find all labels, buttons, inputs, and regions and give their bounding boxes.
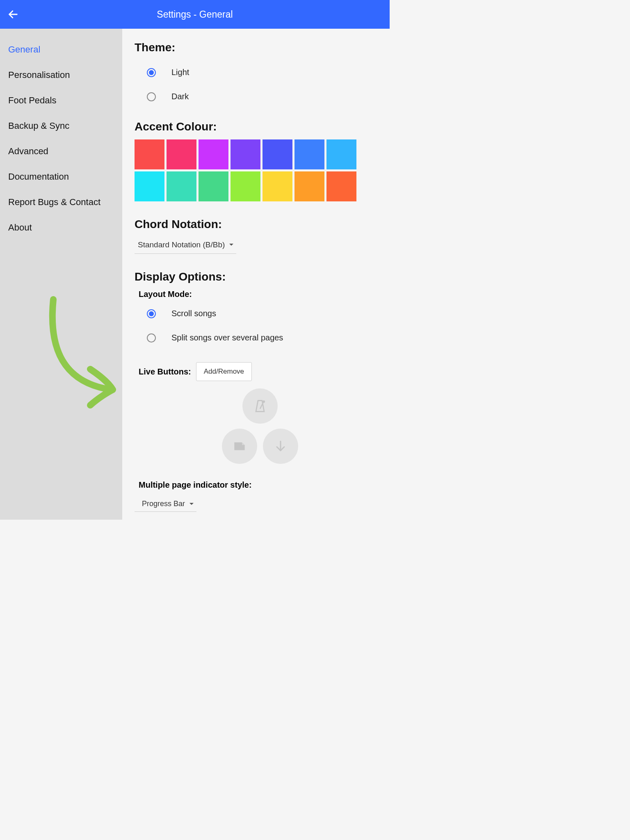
accent-swatch[interactable] — [135, 171, 164, 201]
sidebar-item-advanced[interactable]: Advanced — [0, 139, 122, 164]
layout-option-scroll-songs[interactable]: Scroll songs — [135, 301, 377, 326]
chevron-down-icon — [229, 243, 234, 247]
accent-swatch[interactable] — [199, 171, 228, 201]
sidebar-item-backup-sync[interactable]: Backup & Sync — [0, 113, 122, 139]
accent-swatch[interactable] — [167, 171, 196, 201]
accent-swatch[interactable] — [135, 139, 164, 169]
add-remove-button[interactable]: Add/Remove — [196, 362, 252, 381]
accent-swatch[interactable] — [231, 139, 260, 169]
accent-swatch[interactable] — [262, 139, 292, 169]
accent-swatch[interactable] — [326, 171, 356, 201]
chevron-down-icon — [189, 502, 194, 506]
display-heading: Display Options: — [135, 270, 377, 283]
metronome-button[interactable] — [242, 388, 278, 424]
accent-swatch[interactable] — [294, 171, 324, 201]
sidebar: GeneralPersonalisationFoot PedalsBackup … — [0, 29, 122, 520]
sidebar-item-general[interactable]: General — [0, 37, 122, 62]
accent-heading: Accent Colour: — [135, 120, 377, 133]
page-indicator-value: Progress Bar — [142, 500, 185, 508]
radio-label: Dark — [171, 92, 189, 101]
layout-option-split-songs-over-several-pages[interactable]: Split songs over several pages — [135, 326, 377, 350]
accent-swatch[interactable] — [199, 139, 228, 169]
accent-swatch[interactable] — [167, 139, 196, 169]
accent-swatch[interactable] — [231, 171, 260, 201]
page-indicator-dropdown[interactable]: Progress Bar — [135, 497, 196, 512]
theme-heading: Theme: — [135, 41, 377, 54]
radio-icon — [147, 68, 156, 77]
radio-label: Light — [171, 68, 189, 77]
main-content: Theme: LightDark Accent Colour: Chord No… — [122, 29, 390, 520]
accent-swatch[interactable] — [262, 171, 292, 201]
annotation-arrow-icon — [45, 295, 119, 412]
sidebar-item-personalisation[interactable]: Personalisation — [0, 62, 122, 88]
page-title: Settings - General — [157, 9, 233, 20]
layout-mode-label: Layout Mode: — [135, 290, 377, 299]
sidebar-item-report-bugs-contact[interactable]: Report Bugs & Contact — [0, 189, 122, 215]
radio-label: Split songs over several pages — [171, 333, 283, 342]
accent-swatch[interactable] — [294, 139, 324, 169]
theme-option-dark[interactable]: Dark — [135, 84, 377, 109]
accent-swatch-grid — [135, 139, 360, 201]
sidebar-item-documentation[interactable]: Documentation — [0, 164, 122, 189]
radio-icon — [147, 333, 156, 342]
svg-point-2 — [263, 401, 265, 402]
page-indicator-label: Multiple page indicator style: — [135, 480, 377, 490]
chord-notation-value: Standard Notation (B/Bb) — [138, 240, 225, 249]
sidebar-item-foot-pedals[interactable]: Foot Pedals — [0, 88, 122, 113]
theme-option-light[interactable]: Light — [135, 60, 377, 84]
radio-icon — [147, 92, 156, 101]
radio-icon — [147, 309, 156, 318]
radio-label: Scroll songs — [171, 309, 216, 318]
scroll-down-button[interactable] — [263, 429, 298, 464]
page-button[interactable] — [222, 429, 257, 464]
chord-notation-dropdown[interactable]: Standard Notation (B/Bb) — [135, 237, 236, 254]
sidebar-item-about[interactable]: About — [0, 215, 122, 240]
accent-swatch[interactable] — [326, 139, 356, 169]
back-button[interactable] — [7, 9, 19, 20]
live-buttons-label: Live Buttons: — [139, 367, 191, 377]
chord-heading: Chord Notation: — [135, 218, 377, 231]
